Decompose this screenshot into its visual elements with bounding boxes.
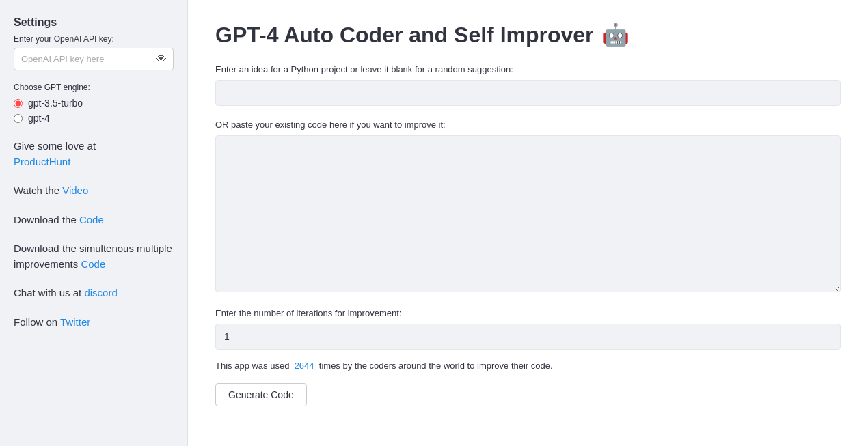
api-key-input[interactable] bbox=[14, 48, 174, 70]
follow-text: Follow on bbox=[14, 316, 57, 328]
producthunt-link[interactable]: ProductHunt bbox=[14, 156, 70, 167]
download-multi-link[interactable]: Code bbox=[81, 258, 105, 270]
usage-prefix: This app was used bbox=[215, 361, 289, 371]
usage-suffix: times by the coders around the world to … bbox=[319, 361, 553, 371]
toggle-password-icon[interactable]: 👁 bbox=[156, 53, 167, 66]
idea-input[interactable] bbox=[215, 80, 841, 106]
discord-link[interactable]: discord bbox=[84, 287, 117, 298]
gpt-engine-label: Choose GPT engine: bbox=[14, 83, 174, 92]
producthunt-block: Give some love at ProductHunt bbox=[14, 139, 174, 169]
api-key-wrapper: 👁 bbox=[14, 48, 174, 70]
robot-emoji: 🤖 bbox=[602, 22, 629, 48]
radio-item-gpt4[interactable]: gpt-4 bbox=[14, 113, 174, 124]
twitter-block: Follow on Twitter bbox=[14, 315, 174, 331]
radio-gpt35[interactable] bbox=[14, 99, 23, 108]
usage-count: 2644 bbox=[295, 361, 314, 371]
twitter-link[interactable]: Twitter bbox=[60, 316, 90, 328]
radio-label-gpt4: gpt-4 bbox=[28, 113, 50, 124]
code-label: OR paste your existing code here if you … bbox=[215, 120, 841, 130]
download-code-link[interactable]: Code bbox=[79, 214, 104, 225]
page-title: GPT-4 Auto Coder and Self Improver 🤖 bbox=[215, 22, 841, 48]
love-text: Give some love at bbox=[14, 140, 96, 152]
settings-title: Settings bbox=[14, 16, 174, 29]
watch-text: Watch the bbox=[14, 184, 59, 196]
existing-code-textarea[interactable] bbox=[215, 135, 841, 292]
video-block: Watch the Video bbox=[14, 183, 174, 199]
main-content: GPT-4 Auto Coder and Self Improver 🤖 Ent… bbox=[188, 0, 868, 446]
page-title-text: GPT-4 Auto Coder and Self Improver bbox=[215, 23, 594, 48]
usage-text: This app was used 2644 times by the code… bbox=[215, 361, 841, 371]
radio-gpt4[interactable] bbox=[14, 114, 23, 123]
video-link[interactable]: Video bbox=[62, 184, 88, 196]
iterations-input[interactable] bbox=[215, 324, 841, 350]
generate-code-button[interactable]: Generate Code bbox=[215, 383, 307, 406]
gpt-engine-radio-group: gpt-3.5-turbo gpt-4 bbox=[14, 98, 174, 124]
download-code-block: Download the Code bbox=[14, 212, 174, 228]
download-multi-block: Download the simultenous multiple improv… bbox=[14, 241, 174, 272]
idea-label: Enter an idea for a Python project or le… bbox=[215, 64, 841, 74]
discord-block: Chat with us at discord bbox=[14, 285, 174, 301]
iterations-label: Enter the number of iterations for impro… bbox=[215, 308, 841, 318]
radio-item-gpt35[interactable]: gpt-3.5-turbo bbox=[14, 98, 174, 109]
sidebar: Settings Enter your OpenAI API key: 👁 Ch… bbox=[0, 0, 188, 446]
chat-text: Chat with us at bbox=[14, 287, 81, 298]
api-key-label: Enter your OpenAI API key: bbox=[14, 34, 174, 44]
radio-label-gpt35: gpt-3.5-turbo bbox=[28, 98, 83, 109]
download-code-text: Download the bbox=[14, 214, 77, 225]
